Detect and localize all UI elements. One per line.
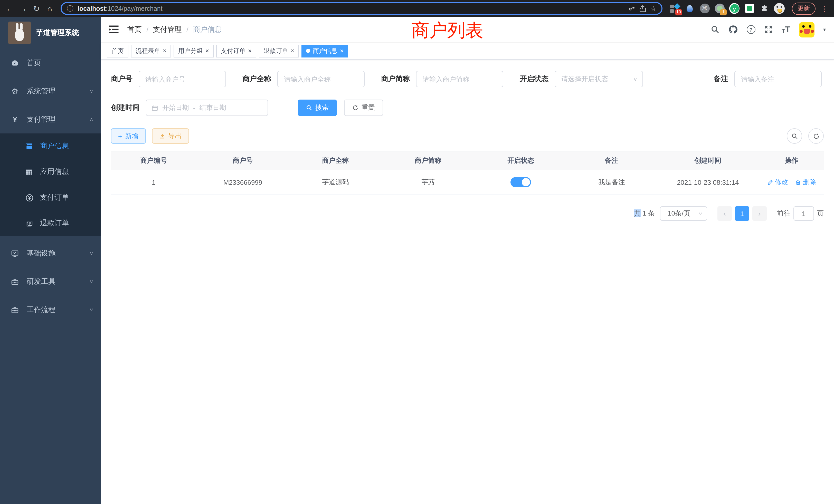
chevron-down-icon: ∨ <box>89 279 93 284</box>
refresh-table-button[interactable] <box>808 128 824 144</box>
full-name-input[interactable] <box>277 71 365 87</box>
yen-icon: ¥ <box>10 115 20 124</box>
chevron-down-icon: ∨ <box>89 307 93 313</box>
tab-pay-order[interactable]: 支付订单 × <box>216 44 256 57</box>
tab-process-form[interactable]: 流程表单 × <box>131 44 171 57</box>
date-range-picker[interactable]: 开始日期 - 结束日期 <box>146 99 268 116</box>
tab-home[interactable]: 首页 <box>107 44 128 57</box>
toolbox-icon <box>10 277 20 285</box>
page-size-select[interactable]: 10条/页 ∨ <box>660 206 707 221</box>
extension-yudao-icon[interactable]: y <box>729 3 740 14</box>
grid-icon <box>25 168 34 176</box>
page-info-icon[interactable]: ⓘ <box>67 4 73 13</box>
edit-link[interactable]: 修改 <box>767 178 788 187</box>
sidebar-logo-row[interactable]: 芋道管理系统 <box>0 17 101 49</box>
plus-icon: + <box>118 132 122 140</box>
browser-reload-button[interactable]: ↻ <box>31 3 42 14</box>
search-icon[interactable] <box>711 25 720 34</box>
close-icon[interactable]: × <box>205 48 209 54</box>
browser-back-button[interactable]: ← <box>4 3 16 14</box>
tab-label: 退款订单 <box>263 46 288 55</box>
breadcrumb-payment[interactable]: 支付管理 <box>153 25 182 34</box>
sidebar-item-home[interactable]: 首页 <box>0 49 101 77</box>
extension-balloon-icon[interactable] <box>684 3 695 14</box>
help-icon[interactable]: ? <box>747 25 755 34</box>
browser-update-button[interactable]: 更新 <box>792 2 815 15</box>
sidebar-item-workflow[interactable]: 工作流程 ∨ <box>0 296 101 324</box>
add-button[interactable]: + 新增 <box>111 128 146 144</box>
sidebar-item-dev-tools[interactable]: 研发工具 ∨ <box>0 268 101 296</box>
filter-full-name: 商户全称 <box>242 71 365 87</box>
avatar-caret-down-icon[interactable]: ▾ <box>823 27 826 32</box>
col-header: 商户简称 <box>382 156 475 165</box>
share-icon[interactable] <box>640 5 646 12</box>
status-toggle[interactable] <box>510 177 531 187</box>
sidebar-item-label: 退款订单 <box>40 219 69 228</box>
sidebar-item-refund-order[interactable]: 退款订单 <box>0 210 101 236</box>
remark-input[interactable] <box>734 71 822 87</box>
sidebar-item-merchant-info[interactable]: 商户信息 <box>0 134 101 159</box>
next-page-button[interactable]: › <box>752 206 767 221</box>
trash-icon <box>795 179 802 185</box>
refresh-icon <box>813 133 819 139</box>
extensions-puzzle-icon[interactable] <box>759 3 769 14</box>
close-icon[interactable]: × <box>291 48 294 54</box>
extension-chat-icon[interactable] <box>744 3 754 14</box>
goto-page-input[interactable] <box>793 206 814 221</box>
browser-profile-avatar[interactable] <box>774 3 785 14</box>
delete-link[interactable]: 删除 <box>795 178 816 187</box>
active-dot-icon <box>306 49 310 53</box>
browser-forward-button[interactable]: → <box>18 3 29 14</box>
user-avatar[interactable] <box>799 22 814 37</box>
table-tools <box>787 128 824 144</box>
sidebar-item-app-info[interactable]: 应用信息 <box>0 159 101 185</box>
close-icon[interactable]: × <box>340 48 344 54</box>
button-label: 重置 <box>361 103 375 112</box>
page-size-value: 10条/页 <box>667 209 690 218</box>
dashboard-icon <box>10 59 20 67</box>
close-icon[interactable]: × <box>248 48 251 54</box>
tab-user-group[interactable]: 用户分组 × <box>174 44 214 57</box>
status-select[interactable]: 请选择开启状态 ∨ <box>555 71 643 87</box>
tab-refund-order[interactable]: 退款订单 × <box>259 44 299 57</box>
extension-command-icon[interactable]: ⌘ <box>699 3 710 14</box>
search-icon <box>791 133 798 139</box>
total-suffix: 1 条 <box>641 209 655 217</box>
page-1-button[interactable]: 1 <box>735 206 749 221</box>
short-name-input[interactable] <box>416 71 503 87</box>
password-key-icon[interactable] <box>628 5 636 12</box>
merchant-no-input[interactable] <box>139 71 226 87</box>
calendar-icon <box>152 105 158 111</box>
pagination: 共 1 条 10条/页 ∨ ‹ 1 › 前往 页 <box>111 206 824 221</box>
breadcrumb-home[interactable]: 首页 <box>127 25 142 34</box>
cell-remark: 我是备注 <box>567 178 656 187</box>
sidebar: 芋道管理系统 首页 ⚙ 系统管理 ∨ ¥ 支付管理 ∧ <box>0 17 101 504</box>
extension-camera-icon[interactable]: 1 <box>714 3 725 14</box>
export-button[interactable]: 导出 <box>152 128 189 144</box>
sidebar-item-pay-order[interactable]: 支付订单 <box>0 185 101 210</box>
browser-home-button[interactable]: ⌂ <box>44 3 56 14</box>
show-search-toggle-button[interactable] <box>787 128 802 144</box>
font-size-icon[interactable]: TT <box>782 25 790 34</box>
tab-merchant-info[interactable]: 商户信息 × <box>302 44 348 57</box>
extension-badge: 1 <box>720 9 727 15</box>
sidebar-item-payment[interactable]: ¥ 支付管理 ∧ <box>0 105 101 134</box>
sidebar-item-infrastructure[interactable]: 基础设施 ∨ <box>0 239 101 268</box>
collapse-sidebar-icon[interactable] <box>109 24 119 35</box>
fullscreen-icon[interactable] <box>764 25 773 34</box>
bookmark-star-icon[interactable]: ☆ <box>651 5 656 12</box>
sidebar-item-system[interactable]: ⚙ 系统管理 ∨ <box>0 77 101 105</box>
sidebar-item-label: 工作流程 <box>27 305 56 314</box>
shop-icon <box>25 142 34 151</box>
search-button[interactable]: 搜索 <box>298 99 337 116</box>
button-label: 搜索 <box>315 103 329 112</box>
github-icon[interactable] <box>728 25 738 35</box>
browser-menu-icon[interactable]: ⋮ <box>820 4 830 13</box>
close-icon[interactable]: × <box>163 48 167 54</box>
prev-page-button[interactable]: ‹ <box>718 206 732 221</box>
reset-button[interactable]: 重置 <box>344 99 383 116</box>
cell-merchant-no: M233666999 <box>196 178 289 186</box>
address-bar[interactable]: ⓘ localhost:1024/pay/merchant ☆ <box>61 2 662 15</box>
extension-ublock-icon[interactable]: 10 <box>670 3 680 14</box>
screen: ← → ↻ ⌂ ⓘ localhost:1024/pay/merchant ☆ … <box>0 0 834 504</box>
